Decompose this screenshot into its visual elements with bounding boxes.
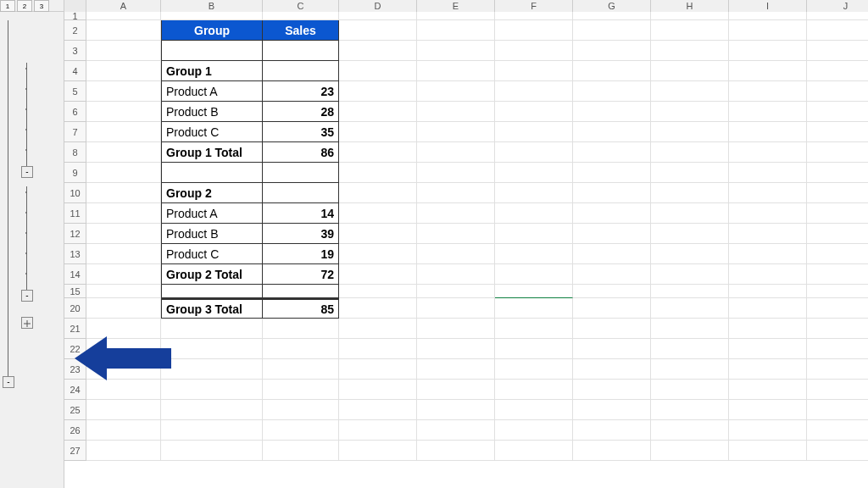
cell-D8[interactable]: [339, 142, 417, 163]
cell-B15[interactable]: [161, 285, 263, 298]
cell-G14[interactable]: [573, 264, 651, 285]
cell-I15[interactable]: [729, 285, 807, 298]
cell-I11[interactable]: [729, 203, 807, 224]
cell-F7[interactable]: [495, 122, 573, 142]
cell-A26[interactable]: [86, 420, 161, 441]
row-header-24[interactable]: 24: [64, 380, 86, 400]
cell-B14-group2-total-label[interactable]: Group 2 Total: [161, 264, 263, 285]
cell-C21[interactable]: [263, 319, 339, 339]
cell-A6[interactable]: [86, 102, 161, 122]
cell-H27[interactable]: [651, 441, 729, 461]
cell-C5[interactable]: 23: [263, 81, 339, 102]
column-header-J[interactable]: J: [807, 0, 868, 12]
cell-A3[interactable]: [86, 41, 161, 61]
cell-H21[interactable]: [651, 319, 729, 339]
cell-J4[interactable]: [807, 61, 868, 81]
cell-J7[interactable]: [807, 122, 868, 142]
cell-E9[interactable]: [417, 163, 495, 183]
row-header-21[interactable]: 21: [64, 319, 86, 339]
cell-I23[interactable]: [729, 359, 807, 380]
cell-B11[interactable]: Product A: [161, 203, 263, 224]
cell-G15[interactable]: [573, 285, 651, 298]
cell-J3[interactable]: [807, 41, 868, 61]
cell-D6[interactable]: [339, 102, 417, 122]
cell-G13[interactable]: [573, 244, 651, 264]
row-header-10[interactable]: 10: [64, 183, 86, 203]
cell-D11[interactable]: [339, 203, 417, 224]
column-header-C[interactable]: C: [263, 0, 339, 12]
cell-J10[interactable]: [807, 183, 868, 203]
cell-J25[interactable]: [807, 400, 868, 420]
cell-D20[interactable]: [339, 298, 417, 319]
cell-G10[interactable]: [573, 183, 651, 203]
cell-E3[interactable]: [417, 41, 495, 61]
column-header-H[interactable]: H: [651, 0, 729, 12]
cell-I9[interactable]: [729, 163, 807, 183]
cell-G3[interactable]: [573, 41, 651, 61]
row-header-4[interactable]: 4: [64, 61, 86, 81]
column-header-I[interactable]: I: [729, 0, 807, 12]
cell-G12[interactable]: [573, 224, 651, 244]
cell-E4[interactable]: [417, 61, 495, 81]
cell-E6[interactable]: [417, 102, 495, 122]
cell-F13[interactable]: [495, 244, 573, 264]
cell-J11[interactable]: [807, 203, 868, 224]
cell-C8-group1-total[interactable]: 86: [263, 142, 339, 163]
cell-F5[interactable]: [495, 81, 573, 102]
cell-B1[interactable]: [161, 12, 263, 20]
cell-E13[interactable]: [417, 244, 495, 264]
cell-C3[interactable]: [263, 41, 339, 61]
cell-J2[interactable]: [807, 20, 868, 41]
cell-A22[interactable]: [86, 339, 161, 359]
cell-E10[interactable]: [417, 183, 495, 203]
cell-F8[interactable]: [495, 142, 573, 163]
cell-E25[interactable]: [417, 400, 495, 420]
cell-B26[interactable]: [161, 420, 263, 441]
cell-G23[interactable]: [573, 359, 651, 380]
cell-C22[interactable]: [263, 339, 339, 359]
cell-B5[interactable]: Product A: [161, 81, 263, 102]
row-header-5[interactable]: 5: [64, 81, 86, 102]
cell-C4[interactable]: [263, 61, 339, 81]
cell-J8[interactable]: [807, 142, 868, 163]
row-header-27[interactable]: 27: [64, 441, 86, 461]
cell-C20-group3-total[interactable]: 85: [263, 298, 339, 319]
cell-F11[interactable]: [495, 203, 573, 224]
cell-H4[interactable]: [651, 61, 729, 81]
cell-I8[interactable]: [729, 142, 807, 163]
cell-H11[interactable]: [651, 203, 729, 224]
cell-D13[interactable]: [339, 244, 417, 264]
cell-J20[interactable]: [807, 298, 868, 319]
cell-B7[interactable]: Product C: [161, 122, 263, 142]
cell-E14[interactable]: [417, 264, 495, 285]
cell-F6[interactable]: [495, 102, 573, 122]
cell-A2[interactable]: [86, 20, 161, 41]
cell-C25[interactable]: [263, 400, 339, 420]
cell-D25[interactable]: [339, 400, 417, 420]
cell-H7[interactable]: [651, 122, 729, 142]
cell-J9[interactable]: [807, 163, 868, 183]
cell-E23[interactable]: [417, 359, 495, 380]
cell-I21[interactable]: [729, 319, 807, 339]
cell-G24[interactable]: [573, 380, 651, 400]
row-header-9[interactable]: 9: [64, 163, 86, 183]
cell-J22[interactable]: [807, 339, 868, 359]
cell-H2[interactable]: [651, 20, 729, 41]
cell-I1[interactable]: [729, 12, 807, 20]
cell-B21[interactable]: [161, 319, 263, 339]
row-header-1[interactable]: 1: [64, 12, 86, 20]
cell-B24[interactable]: [161, 380, 263, 400]
cell-E21[interactable]: [417, 319, 495, 339]
cell-C26[interactable]: [263, 420, 339, 441]
cell-F22[interactable]: [495, 339, 573, 359]
cell-F25[interactable]: [495, 400, 573, 420]
cell-H26[interactable]: [651, 420, 729, 441]
cell-E8[interactable]: [417, 142, 495, 163]
row-header-20[interactable]: 20: [64, 298, 86, 319]
column-header-E[interactable]: E: [417, 0, 495, 12]
row-header-6[interactable]: 6: [64, 102, 86, 122]
cell-C1[interactable]: [263, 12, 339, 20]
cell-B25[interactable]: [161, 400, 263, 420]
cell-F10[interactable]: [495, 183, 573, 203]
cell-D15[interactable]: [339, 285, 417, 298]
